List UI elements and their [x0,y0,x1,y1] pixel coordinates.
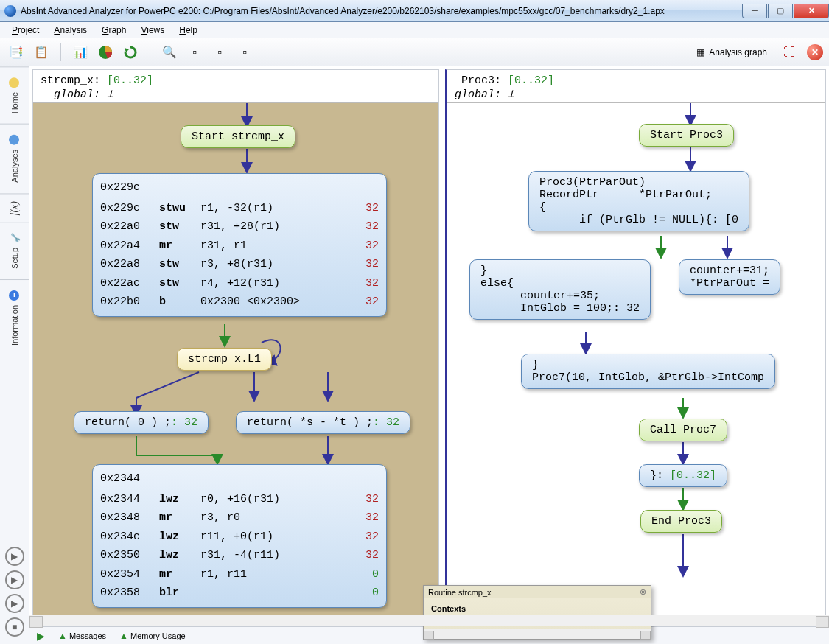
graph-pane-left[interactable]: strcmp_x: [0..32] global: ⊥ [32,69,439,623]
graph-area: strcmp_x: [0..32] global: ⊥ [29,66,829,626]
window-maximize-button[interactable]: ▢ [768,4,793,18]
toolbar-btn-page1[interactable]: ▫ [184,42,205,63]
graph-hscroll[interactable] [29,615,829,626]
asm-row: 0x2358blr0 [100,584,379,603]
node-brace[interactable]: }: [0..32] [639,464,727,487]
menu-graph[interactable]: Graph [96,24,132,37]
toolbar-separator [60,43,61,61]
toolbar: 📑 📋 📊 🔍 ▫ ▫ ▫ ▦ Analysis graph ⛶ ✕ [0,38,829,66]
toolbar-btn-page3[interactable]: ▫ [234,42,255,63]
toolbar-separator-2 [150,43,150,61]
tooltip-routine[interactable]: Routine strcmp_x ⊗ Contexts ..., 0x25c4-… [423,585,651,640]
pane-right-header: Proc3: [0..32] global: ⊥ [447,70,825,103]
play-button-3[interactable]: ▶ [5,594,24,613]
asm-row: 0x22a8stwr3, +8(r31)32 [100,255,379,274]
pane-left-header: strcmp_x: [0..32] global: ⊥ [33,70,438,103]
menu-views[interactable]: Views [135,24,170,37]
play-button-2[interactable]: ▶ [5,570,24,589]
asm-row: 0x2350lwzr31, -4(r11)32 [100,546,379,565]
tooltip-heading: Contexts [431,604,466,613]
menu-project[interactable]: Project [6,24,45,37]
node-else[interactable]: } else{ counter+=35; IntGlob = 100;: 32 [469,259,651,320]
stop-button[interactable]: ■ [5,617,24,637]
sidebar-tab-setup[interactable]: Setup 🔧 [0,223,29,279]
toolbar-btn-2[interactable]: 📋 [31,42,52,63]
analysis-graph-label: Analysis graph [709,47,767,57]
main-area: strcmp_x: [0..32] global: ⊥ [29,66,829,644]
toolbar-btn-chart[interactable]: 📊 [70,42,91,63]
asm-row: 0x22acstwr4, +12(r31)32 [100,274,379,293]
info-icon: i [10,290,20,301]
node-return-0[interactable]: return( 0 ) ;: 32 [74,411,209,434]
asm-row: 0x2348mrr3, r032 [100,508,379,528]
graph-pane-right[interactable]: Proc3: [0..32] global: ⊥ Sta [445,69,826,623]
window-titlebar: AbsInt Advanced Analyzer for PowerPC e20… [0,0,829,22]
asm-row: 0x2354mrr1, r110 [100,565,379,584]
node-start-strcmpx[interactable]: Start strcmp_x [181,125,295,148]
sidebar-tab-fx[interactable]: f(x) [0,193,29,223]
node-counter31[interactable]: counter+=31; *PtrParOut = [679,259,780,295]
home-icon [10,77,20,88]
tooltip-hscroll[interactable] [424,629,651,639]
window-close-button[interactable]: ✕ [794,4,829,18]
menu-help[interactable]: Help [173,24,203,37]
sidebar-tab-home[interactable]: Home [0,66,29,124]
node-block-0x2344[interactable]: 0x2344 0x2344lwzr0, +16(r31)320x2348mrr3… [92,464,387,608]
analyses-icon [10,135,20,145]
asm-row: 0x229cstwur1, -32(r1)32 [100,199,379,218]
node-call-proc7[interactable]: Call Proc7 [639,419,727,441]
node-return-t[interactable]: return( *s - *t ) ;: 32 [236,411,410,434]
refresh-icon [123,45,138,60]
wrench-icon: 🔧 [10,234,19,243]
sidebar: Home Analyses f(x) Setup 🔧 Information i… [0,66,29,644]
node-end-proc3[interactable]: End Proc3 [640,510,722,533]
app-icon [4,5,16,17]
node-label-l1[interactable]: strcmp_x.L1 [177,348,272,371]
graph-icon: ▦ [696,47,704,57]
footer-memory[interactable]: ▲ Memory Usage [119,631,186,641]
toolbar-btn-page2[interactable]: ▫ [209,42,230,63]
toolbar-btn-pie[interactable] [95,42,116,63]
node-block-0x229c[interactable]: 0x229c 0x229cstwur1, -32(r1)320x22a0stwr… [92,173,387,317]
asm-row: 0x22a0stwr31, +28(r1)32 [100,217,379,237]
asm-row: 0x234clwzr11, +0(r1)32 [100,528,379,547]
toolbar-btn-refresh[interactable] [120,42,141,63]
asm-row: 0x2344lwzr0, +16(r31)32 [100,490,379,509]
toolbar-btn-1[interactable]: 📑 [6,42,27,63]
tooltip-title: Routine strcmp_x [428,588,492,597]
toolbar-btn-zoom[interactable]: 🔍 [159,42,180,63]
node-proc3-param[interactable]: Proc3(PtrParOut) RecordPtr *PtrParOut; {… [528,171,749,231]
toolbar-close-button[interactable]: ✕ [807,44,823,60]
node-proc7-call-line[interactable]: } Proc7(10, IntGlob, &PtrGlb->IntComp [521,354,775,389]
analysis-graph-button[interactable]: ▦ Analysis graph [692,46,772,59]
play-button-1[interactable]: ▶ [5,547,24,566]
footer-play-icon[interactable]: ▶ [37,630,45,642]
footer-messages[interactable]: ▲ Messages [58,631,106,641]
pie-icon [98,45,113,60]
node-start-proc3[interactable]: Start Proc3 [639,124,734,147]
menu-analysis[interactable]: Analysis [48,24,93,37]
tooltip-close-icon[interactable]: ⊗ [640,587,646,597]
sidebar-tab-analyses[interactable]: Analyses [0,124,29,193]
asm-row: 0x22a4mrr31, r132 [100,237,379,256]
sidebar-tab-information[interactable]: Information i [0,279,29,356]
toolbar-btn-fullscreen[interactable]: ⛶ [779,42,800,63]
menu-bar: Project Analysis Graph Views Help [0,22,829,38]
window-title: AbsInt Advanced Analyzer for PowerPC e20… [21,6,741,16]
window-minimize-button[interactable]: ─ [742,4,767,18]
asm-row: 0x22b0b0x2300 <0x2300>32 [100,293,379,312]
